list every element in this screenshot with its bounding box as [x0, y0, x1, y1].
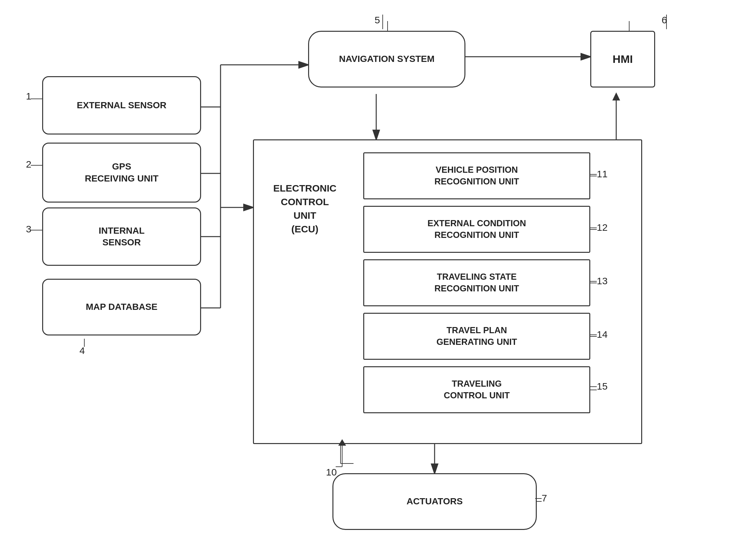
vehicle-position-box: VEHICLE POSITIONRECOGNITION UNIT — [363, 152, 590, 199]
actuators-label: ACTUATORS — [407, 496, 463, 507]
travel-plan-label: TRAVEL PLANGENERATING UNIT — [437, 325, 517, 348]
internal-sensor-label: INTERNALSENSOR — [98, 225, 145, 248]
svg-marker-14 — [612, 92, 620, 100]
navigation-label: NAVIGATION SYSTEM — [339, 53, 435, 65]
external-condition-box: EXTERNAL CONDITIONRECOGNITION UNIT — [363, 206, 590, 253]
ref-13: 13 — [597, 276, 607, 287]
diagram: EXTERNAL SENSOR 1 GPSRECEIVING UNIT 2 IN… — [0, 0, 756, 551]
traveling-state-box: TRAVELING STATERECOGNITION UNIT — [363, 259, 590, 306]
travel-plan-box: TRAVEL PLANGENERATING UNIT — [363, 313, 590, 360]
ref-15: 15 — [597, 381, 607, 392]
traveling-control-box: TRAVELINGCONTROL UNIT — [363, 366, 590, 413]
external-condition-label: EXTERNAL CONDITIONRECOGNITION UNIT — [428, 218, 526, 240]
gps-label: GPSRECEIVING UNIT — [85, 161, 158, 184]
ref-1: 1 — [26, 91, 31, 102]
ref-14: 14 — [597, 329, 607, 340]
gps-receiving-box: GPSRECEIVING UNIT — [42, 143, 201, 202]
ecu-label: ELECTRONICCONTROLUNIT(ECU) — [259, 181, 350, 236]
map-database-box: MAP DATABASE — [42, 279, 201, 336]
ref-2: 2 — [26, 159, 31, 170]
vehicle-position-label: VEHICLE POSITIONRECOGNITION UNIT — [435, 164, 519, 187]
actuators-box: ACTUATORS — [332, 473, 537, 530]
hmi-box: HMI — [590, 31, 655, 87]
ref-11: 11 — [597, 168, 607, 179]
ref-10: 10 — [326, 467, 337, 478]
navigation-system-box: NAVIGATION SYSTEM — [308, 31, 465, 87]
hmi-label: HMI — [613, 52, 633, 66]
traveling-control-label: TRAVELINGCONTROL UNIT — [444, 378, 510, 401]
ref-12: 12 — [597, 222, 607, 233]
map-database-label: MAP DATABASE — [86, 301, 158, 313]
external-sensor-box: EXTERNAL SENSOR — [42, 76, 201, 134]
traveling-state-label: TRAVELING STATERECOGNITION UNIT — [435, 271, 519, 294]
external-sensor-label: EXTERNAL SENSOR — [77, 99, 166, 111]
ref-3: 3 — [26, 224, 31, 235]
ref-5: 5 — [374, 15, 380, 26]
internal-sensor-box: INTERNALSENSOR — [42, 207, 201, 266]
